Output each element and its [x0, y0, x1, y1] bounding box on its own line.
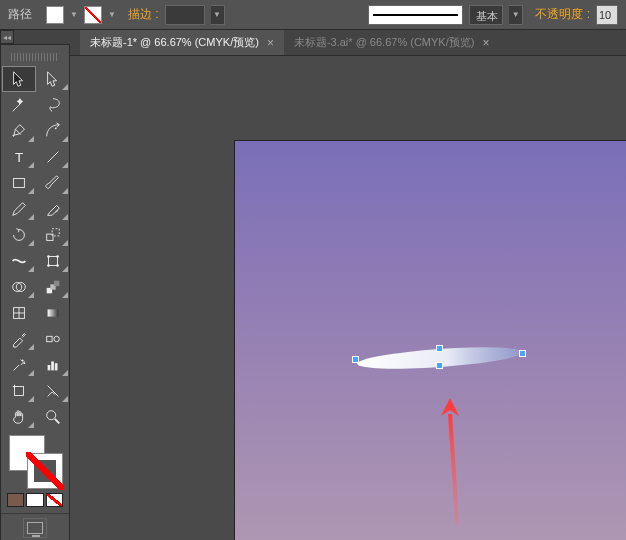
svg-point-8 [56, 255, 59, 258]
svg-point-22 [22, 360, 24, 362]
stroke-color-box[interactable] [27, 453, 63, 489]
opacity-input[interactable] [596, 5, 618, 25]
pen-tool[interactable] [3, 119, 35, 143]
zoom-tool[interactable] [37, 405, 69, 429]
close-icon[interactable]: × [267, 36, 274, 50]
selection-tool[interactable] [3, 67, 35, 91]
close-icon[interactable]: × [482, 36, 489, 50]
stroke-label: 描边 : [128, 6, 159, 23]
shape-builder-tool[interactable] [3, 275, 35, 299]
gradient-chip[interactable] [26, 493, 43, 507]
brush-preview[interactable] [368, 5, 463, 25]
chevron-down-icon[interactable]: ▼ [509, 5, 523, 25]
svg-rect-25 [51, 361, 54, 370]
screen-mode-button[interactable] [23, 518, 47, 538]
brush-name[interactable]: 基本 [469, 5, 503, 25]
svg-rect-20 [47, 336, 52, 341]
stroke-swatch[interactable] [84, 6, 102, 24]
screen-icon [27, 522, 43, 534]
direct-selection-tool[interactable] [37, 67, 69, 91]
svg-line-2 [48, 152, 59, 163]
hand-tool[interactable] [3, 405, 35, 429]
mesh-tool[interactable] [3, 301, 35, 325]
svg-point-10 [56, 264, 59, 267]
tab-document-1[interactable]: 未标题-1* @ 66.67% (CMYK/预览) × [80, 30, 284, 55]
selection-handle[interactable] [519, 350, 526, 357]
graph-tool[interactable] [37, 353, 69, 377]
dropdown-icon[interactable]: ▼ [70, 10, 78, 19]
svg-rect-3 [14, 179, 25, 188]
blend-tool[interactable] [37, 327, 69, 351]
paintbrush-tool[interactable] [37, 171, 69, 195]
svg-point-0 [55, 127, 57, 129]
document-tab-bar: 未标题-1* @ 66.67% (CMYK/预览) × 未标题-3.ai* @ … [0, 30, 626, 56]
stroke-weight-input[interactable] [165, 5, 205, 25]
control-bar: 路径 ▼ ▼ 描边 : ▼ 基本 ▼ 不透明度 : [0, 0, 626, 30]
tab-label: 未标题-1* @ 66.67% (CMYK/预览) [90, 35, 259, 50]
free-transform-tool[interactable] [37, 249, 69, 273]
color-chip[interactable] [7, 493, 24, 507]
curvature-tool[interactable] [37, 119, 69, 143]
gradient-tool[interactable] [37, 301, 69, 325]
svg-rect-27 [15, 387, 24, 396]
svg-point-23 [24, 362, 26, 364]
none-chip[interactable] [46, 493, 63, 507]
annotation-arrow [435, 396, 475, 526]
svg-line-31 [55, 419, 60, 424]
svg-point-21 [54, 336, 59, 341]
selection-handle[interactable] [436, 345, 443, 352]
fill-swatch[interactable] [46, 6, 64, 24]
line-tool[interactable] [37, 145, 69, 169]
dropdown-icon[interactable]: ▼ [108, 10, 116, 19]
svg-rect-26 [55, 363, 58, 370]
magic-wand-tool[interactable] [3, 93, 35, 117]
pencil-tool[interactable] [3, 197, 35, 221]
slice-tool[interactable] [37, 379, 69, 403]
selected-ellipse-object[interactable] [355, 346, 525, 370]
artboard [235, 141, 626, 540]
eyedropper-tool[interactable] [3, 327, 35, 351]
tab-label: 未标题-3.ai* @ 66.67% (CMYK/预览) [294, 35, 475, 50]
svg-point-9 [47, 264, 50, 267]
selection-handle[interactable] [436, 362, 443, 369]
tab-document-2[interactable]: 未标题-3.ai* @ 66.67% (CMYK/预览) × [284, 30, 500, 55]
tool-grid: T [1, 65, 69, 431]
type-tool[interactable]: T [3, 145, 35, 169]
screen-mode-row [1, 513, 69, 540]
chevron-down-icon[interactable]: ▼ [211, 5, 225, 25]
rotate-tool[interactable] [3, 223, 35, 247]
canvas[interactable] [75, 56, 626, 540]
perspective-tool[interactable] [37, 275, 69, 299]
tools-panel: T [0, 44, 70, 540]
opacity-label: 不透明度 : [535, 6, 590, 23]
svg-rect-24 [48, 365, 51, 370]
dock-collapse-icon[interactable]: ◂◂ [0, 30, 14, 44]
width-tool[interactable] [3, 249, 35, 273]
svg-rect-15 [54, 281, 59, 286]
eraser-tool[interactable] [37, 197, 69, 221]
selection-handle[interactable] [352, 356, 359, 363]
artboard-tool[interactable] [3, 379, 35, 403]
svg-point-7 [47, 255, 50, 258]
svg-text:T: T [15, 150, 23, 165]
lasso-tool[interactable] [37, 93, 69, 117]
path-label: 路径 [8, 6, 32, 23]
svg-rect-6 [49, 257, 58, 266]
rectangle-tool[interactable] [3, 171, 35, 195]
scale-tool[interactable] [37, 223, 69, 247]
color-mode-row [1, 491, 69, 509]
fill-stroke-control[interactable] [1, 431, 69, 491]
svg-point-30 [47, 411, 56, 420]
svg-rect-19 [48, 309, 59, 316]
symbol-sprayer-tool[interactable] [3, 353, 35, 377]
panel-grip[interactable] [11, 53, 59, 61]
